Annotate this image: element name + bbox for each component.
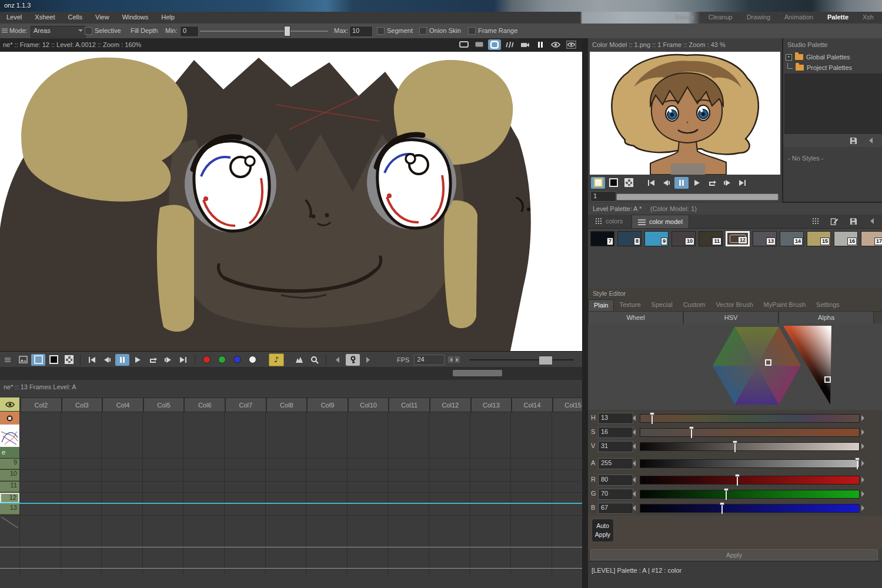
slider-marker[interactable] <box>734 440 736 452</box>
panel-divider[interactable] <box>582 38 588 588</box>
arrow-left-icon[interactable] <box>864 135 877 146</box>
slider-decrease-icon[interactable] <box>633 415 636 421</box>
slider-increase-icon[interactable] <box>861 505 864 511</box>
column-header-col15[interactable]: Col15 <box>553 397 582 412</box>
next-frame-button[interactable] <box>720 177 734 189</box>
palette-swatch-13[interactable]: 13 <box>753 231 777 246</box>
viewer-canvas[interactable] <box>0 52 582 351</box>
menu-level[interactable]: Level <box>0 12 28 24</box>
fps-steppers[interactable] <box>448 356 460 363</box>
horizontal-scrollbar[interactable] <box>0 367 582 380</box>
frame-slider[interactable] <box>616 193 779 201</box>
flipbook-image-icon[interactable] <box>16 354 30 366</box>
palette-swatch-14[interactable]: 14 <box>780 231 804 246</box>
frame-row-12[interactable]: 12 <box>0 493 19 503</box>
column-header-col9[interactable]: Col9 <box>307 397 348 412</box>
apply-button[interactable]: Apply <box>590 549 878 560</box>
camera-view-icon[interactable] <box>519 39 532 50</box>
mode-dropdown[interactable]: Areas <box>31 26 86 38</box>
color-model-image[interactable] <box>590 52 780 175</box>
slider-marker[interactable] <box>721 502 723 514</box>
sub-camera-preview-icon[interactable] <box>564 39 577 50</box>
style-tab-vector-brush[interactable]: Vector Brush <box>711 299 759 311</box>
style-tab-special[interactable]: Special <box>646 299 678 311</box>
previous-frame-button[interactable] <box>100 354 114 366</box>
save-palette-icon[interactable] <box>847 216 860 226</box>
palette-swatch-16[interactable]: 16 <box>834 231 858 246</box>
column-header-col14[interactable]: Col14 <box>512 397 553 412</box>
frame-row-10[interactable]: 10 <box>0 470 19 480</box>
min-slider-handle[interactable] <box>284 26 290 36</box>
column-header-col12[interactable]: Col12 <box>430 397 471 412</box>
room-tab-drawing[interactable]: Drawing <box>740 12 777 24</box>
column-toggle-cell[interactable] <box>0 397 19 411</box>
slider-value-field[interactable]: 80 <box>598 475 633 486</box>
red-channel-button[interactable] <box>199 354 213 366</box>
palette-swatch-9[interactable]: 9 <box>644 231 669 246</box>
play-button[interactable] <box>131 354 145 366</box>
slider-track[interactable] <box>640 504 860 513</box>
column-header-col10[interactable]: Col10 <box>348 397 389 412</box>
previous-frame-button[interactable] <box>659 177 673 189</box>
matte-channel-button[interactable] <box>245 354 259 366</box>
slider-value-field[interactable]: 16 <box>598 427 633 438</box>
level-name-cell[interactable]: e <box>0 447 19 459</box>
frame-row-13[interactable]: 13 <box>0 504 19 514</box>
fps-field[interactable]: 24 <box>414 355 445 365</box>
room-tab-palette[interactable]: Palette <box>820 12 856 24</box>
slider-value-field[interactable]: 70 <box>598 489 633 500</box>
menu-cells[interactable]: Cells <box>62 12 89 24</box>
toolbar-handle-icon[interactable] <box>1 27 8 34</box>
menu-xsheet[interactable]: Xsheet <box>28 12 61 24</box>
tab-color-model[interactable]: color model <box>632 215 689 228</box>
next-frame-button[interactable] <box>161 354 175 366</box>
auto-apply-toggle[interactable]: Auto Apply <box>592 519 614 542</box>
palette-swatch-15[interactable]: 15 <box>807 231 831 246</box>
next-key-button[interactable] <box>361 354 375 366</box>
frame-slider-handle[interactable] <box>539 356 553 365</box>
slider-increase-icon[interactable] <box>861 477 864 483</box>
column-header-col3[interactable]: Col3 <box>62 397 103 412</box>
camstand-toggle-cell[interactable] <box>0 412 19 425</box>
palette-swatch-8[interactable]: 8 <box>617 231 642 246</box>
display-checker-button[interactable] <box>62 354 76 366</box>
slider-value-field[interactable]: 13 <box>598 413 633 424</box>
edit-palette-icon[interactable] <box>828 216 841 226</box>
histogram-button[interactable] <box>292 354 306 366</box>
palette-swatch-7[interactable]: 7 <box>590 231 614 246</box>
column-header-col6[interactable]: Col6 <box>184 397 225 412</box>
column-header-col5[interactable]: Col5 <box>143 397 185 412</box>
safe-area-icon[interactable] <box>457 39 470 50</box>
pause-button[interactable] <box>674 177 689 189</box>
slider-track[interactable] <box>640 442 860 451</box>
slider-track[interactable] <box>640 476 860 485</box>
slider-marker[interactable] <box>726 488 727 500</box>
palette-swatch-11[interactable]: 11 <box>699 231 723 246</box>
display-bg-button[interactable] <box>46 354 61 366</box>
slider-value-field[interactable]: 255 <box>598 458 633 469</box>
color-picker-area[interactable] <box>588 323 882 410</box>
palette-swatch-12[interactable]: 12 <box>726 231 750 246</box>
soundtrack-button[interactable]: ♪ <box>269 353 284 366</box>
slider-increase-icon[interactable] <box>861 415 864 421</box>
frame-row-9[interactable]: 9 <box>0 459 19 469</box>
palette-swatch-17[interactable]: 17 <box>861 231 882 246</box>
palette-swatch-10[interactable]: 10 <box>671 231 696 246</box>
room-tab-cleanup[interactable]: Cleanup <box>701 12 740 24</box>
display-bg-button[interactable] <box>606 177 620 189</box>
selective-checkbox[interactable] <box>85 27 92 35</box>
slider-track[interactable] <box>640 428 860 437</box>
preview-icon[interactable] <box>549 39 562 50</box>
picker-mode-wheel[interactable]: Wheel <box>588 311 683 324</box>
column-header-col7[interactable]: Col7 <box>225 397 266 412</box>
first-frame-button[interactable] <box>644 177 658 189</box>
play-button[interactable] <box>690 177 704 189</box>
green-channel-button[interactable] <box>215 354 229 366</box>
set-key-button[interactable] <box>346 354 360 366</box>
picker-mode-alpha[interactable]: Alpha <box>779 311 874 324</box>
level-thumbnail[interactable] <box>0 425 19 447</box>
style-tab-mypaint-brush[interactable]: MyPaint Brush <box>759 299 811 311</box>
menu-help[interactable]: Help <box>155 12 181 24</box>
frame-row-11[interactable]: 11 <box>0 482 19 492</box>
slider-track[interactable] <box>640 490 860 499</box>
